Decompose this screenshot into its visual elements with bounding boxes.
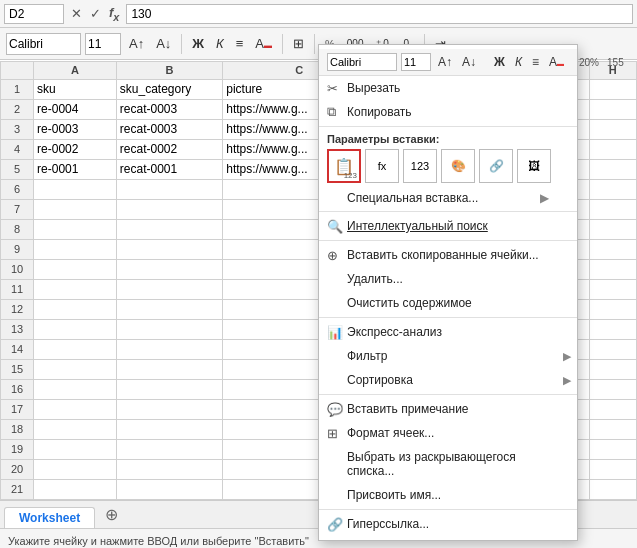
- row-header-13[interactable]: 13: [1, 319, 34, 339]
- row-header-21[interactable]: 21: [1, 479, 34, 499]
- cell-H2[interactable]: [589, 99, 636, 119]
- ctx-sort-item[interactable]: Сортировка ▶: [319, 368, 577, 392]
- paste-icon-value[interactable]: 123: [403, 149, 437, 183]
- cell-A11[interactable]: [34, 279, 117, 299]
- cell-H11[interactable]: [589, 279, 636, 299]
- cell-A1[interactable]: sku: [34, 79, 117, 99]
- cell-A16[interactable]: [34, 379, 117, 399]
- cell-B21[interactable]: [116, 479, 222, 499]
- ctx-format-cells-item[interactable]: ⊞ Формат ячеек...: [319, 421, 577, 445]
- row-header-20[interactable]: 20: [1, 459, 34, 479]
- cell-A15[interactable]: [34, 359, 117, 379]
- ctx-increase-font[interactable]: A↑: [435, 54, 455, 70]
- cell-H9[interactable]: [589, 239, 636, 259]
- italic-button[interactable]: К: [212, 35, 228, 52]
- align-button[interactable]: ≡: [232, 35, 248, 52]
- ctx-copy-item[interactable]: ⧉ Копировать: [319, 100, 577, 124]
- row-header-5[interactable]: 5: [1, 159, 34, 179]
- cell-H1[interactable]: [589, 79, 636, 99]
- cell-B9[interactable]: [116, 239, 222, 259]
- ctx-insert-cells-item[interactable]: ⊕ Вставить скопированные ячейки...: [319, 243, 577, 267]
- row-header-17[interactable]: 17: [1, 399, 34, 419]
- row-header-12[interactable]: 12: [1, 299, 34, 319]
- ctx-clear-item[interactable]: Очистить содержимое: [319, 291, 577, 315]
- cell-A2[interactable]: re-0004: [34, 99, 117, 119]
- row-header-7[interactable]: 7: [1, 199, 34, 219]
- row-header-15[interactable]: 15: [1, 359, 34, 379]
- cell-H6[interactable]: [589, 179, 636, 199]
- insert-function-icon[interactable]: fx: [106, 4, 122, 24]
- cell-B15[interactable]: [116, 359, 222, 379]
- row-header-19[interactable]: 19: [1, 439, 34, 459]
- cell-A19[interactable]: [34, 439, 117, 459]
- worksheet-tab[interactable]: Worksheet: [4, 507, 95, 528]
- increase-font-icon[interactable]: A↑: [125, 35, 148, 52]
- ctx-font-color-button[interactable]: A▬: [546, 54, 567, 70]
- ctx-comment-item[interactable]: 💬 Вставить примечание: [319, 397, 577, 421]
- ctx-hyperlink-item[interactable]: 🔗 Гиперссылка...: [319, 512, 577, 536]
- cell-H15[interactable]: [589, 359, 636, 379]
- cell-A20[interactable]: [34, 459, 117, 479]
- cell-B17[interactable]: [116, 399, 222, 419]
- cell-A13[interactable]: [34, 319, 117, 339]
- cell-B13[interactable]: [116, 319, 222, 339]
- row-header-9[interactable]: 9: [1, 239, 34, 259]
- row-header-2[interactable]: 2: [1, 99, 34, 119]
- paste-icon-default[interactable]: 📋123: [327, 149, 361, 183]
- font-size-input[interactable]: [85, 33, 121, 55]
- cell-A3[interactable]: re-0003: [34, 119, 117, 139]
- border-button[interactable]: ⊞: [289, 35, 308, 52]
- cell-H12[interactable]: [589, 299, 636, 319]
- paste-icon-format[interactable]: 🎨: [441, 149, 475, 183]
- decrease-font-icon[interactable]: A↓: [152, 35, 175, 52]
- ctx-name-item[interactable]: Присвоить имя...: [319, 483, 577, 507]
- ctx-font-name[interactable]: [327, 53, 397, 71]
- cell-H19[interactable]: [589, 439, 636, 459]
- cell-A6[interactable]: [34, 179, 117, 199]
- cell-B7[interactable]: [116, 199, 222, 219]
- ctx-align-button[interactable]: ≡: [529, 54, 542, 70]
- cell-H20[interactable]: [589, 459, 636, 479]
- cell-H4[interactable]: [589, 139, 636, 159]
- paste-icon-link[interactable]: 🔗: [479, 149, 513, 183]
- add-sheet-button[interactable]: ⊕: [97, 502, 126, 527]
- cell-B5[interactable]: recat-0001: [116, 159, 222, 179]
- row-header-10[interactable]: 10: [1, 259, 34, 279]
- row-header-3[interactable]: 3: [1, 119, 34, 139]
- row-header-6[interactable]: 6: [1, 179, 34, 199]
- cell-H10[interactable]: [589, 259, 636, 279]
- cell-A9[interactable]: [34, 239, 117, 259]
- font-name-input[interactable]: [6, 33, 81, 55]
- cell-H21[interactable]: [589, 479, 636, 499]
- ctx-decrease-font[interactable]: A↓: [459, 54, 479, 70]
- paste-icon-formula[interactable]: fx: [365, 149, 399, 183]
- ctx-delete-item[interactable]: Удалить...: [319, 267, 577, 291]
- cell-A18[interactable]: [34, 419, 117, 439]
- ctx-cut-item[interactable]: ✂ Вырезать: [319, 76, 577, 100]
- font-color-button[interactable]: A▬: [251, 35, 276, 52]
- ctx-bold-button[interactable]: Ж: [491, 54, 508, 70]
- formula-input[interactable]: 130: [126, 4, 633, 24]
- cell-H3[interactable]: [589, 119, 636, 139]
- row-header-18[interactable]: 18: [1, 419, 34, 439]
- col-header-B[interactable]: B: [116, 61, 222, 79]
- ctx-font-size[interactable]: [401, 53, 431, 71]
- cell-H13[interactable]: [589, 319, 636, 339]
- cell-B6[interactable]: [116, 179, 222, 199]
- cell-A12[interactable]: [34, 299, 117, 319]
- cell-A8[interactable]: [34, 219, 117, 239]
- cell-B8[interactable]: [116, 219, 222, 239]
- paste-icon-image[interactable]: 🖼: [517, 149, 551, 183]
- cell-B11[interactable]: [116, 279, 222, 299]
- row-header-8[interactable]: 8: [1, 219, 34, 239]
- cell-B4[interactable]: recat-0002: [116, 139, 222, 159]
- row-header-1[interactable]: 1: [1, 79, 34, 99]
- ctx-smart-search-item[interactable]: 🔍 Интеллектуальный поиск: [319, 214, 577, 238]
- bold-button[interactable]: Ж: [188, 35, 208, 52]
- cell-A7[interactable]: [34, 199, 117, 219]
- cell-H14[interactable]: [589, 339, 636, 359]
- cancel-formula-icon[interactable]: ✕: [68, 5, 85, 22]
- cell-B16[interactable]: [116, 379, 222, 399]
- cell-ref-input[interactable]: D2: [4, 4, 64, 24]
- cell-H5[interactable]: [589, 159, 636, 179]
